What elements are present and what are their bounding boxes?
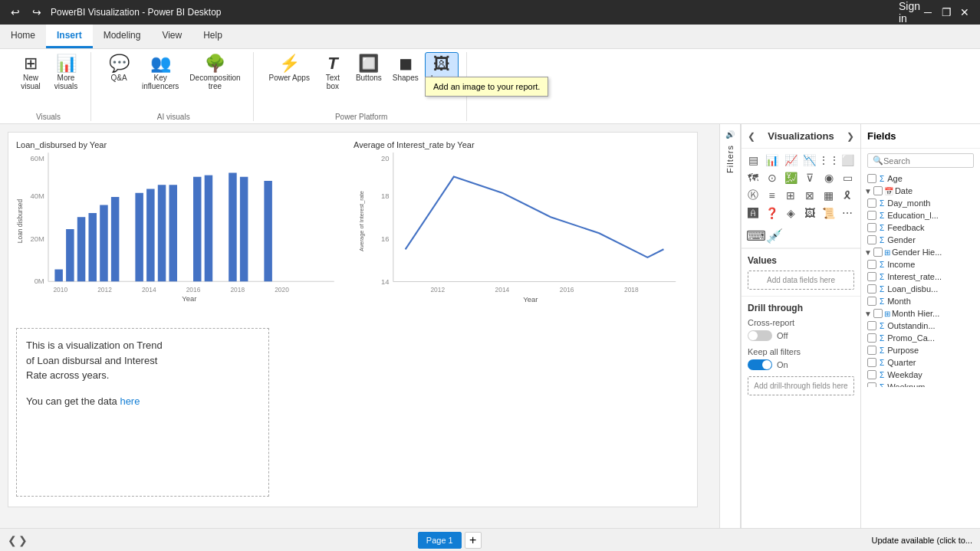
viz-icon-gauge[interactable]: ◉ (821, 169, 837, 186)
viz-icon-column[interactable]: 📊 (764, 152, 781, 169)
field-checkbox-age[interactable] (867, 174, 876, 183)
field-checkbox-daymonth[interactable] (867, 198, 876, 208)
viz-icon-funnel[interactable]: ⊽ (801, 169, 818, 186)
minimize-button[interactable]: ─ (920, 5, 936, 20)
new-visual-button[interactable]: ⊞ Newvisual (14, 52, 48, 93)
field-item-outstanding[interactable]: Σ Outstandin... (861, 320, 980, 332)
field-checkbox-date[interactable] (873, 186, 883, 195)
tab-help[interactable]: Help (192, 25, 233, 48)
field-checkbox-interestrate[interactable] (867, 272, 876, 281)
viz-icon-paginated[interactable]: 📜 (821, 205, 837, 221)
nav-left[interactable]: ❮ (8, 534, 17, 546)
tab-view[interactable]: View (151, 25, 192, 48)
add-data-fields-box[interactable]: Add data fields here (748, 271, 854, 290)
redo-button[interactable]: ↪ (29, 5, 44, 20)
field-expand-date[interactable]: ▼ (864, 187, 872, 195)
viz-icon-image[interactable]: 🖼 (801, 205, 818, 221)
field-checkbox-gender[interactable] (867, 235, 876, 244)
qa-button[interactable]: 💬 Q&A (102, 52, 136, 85)
viz-panel-chevron-left[interactable]: ❮ (748, 131, 755, 142)
field-checkbox-genderhier[interactable] (873, 248, 883, 257)
undo-button[interactable]: ↩ (8, 5, 23, 20)
viz-icon-keyboard[interactable]: ⌨ (748, 228, 765, 244)
add-drill-fields-box[interactable]: Add drill-through fields here (748, 376, 854, 395)
field-checkbox-feedback[interactable] (867, 223, 876, 232)
viz-icon-more[interactable]: ⋯ (839, 205, 856, 221)
field-checkbox-outstanding[interactable] (867, 321, 876, 330)
nav-right[interactable]: ❯ (18, 534, 28, 546)
field-item-weeknum[interactable]: Σ Weeknum (861, 381, 980, 387)
viz-icon-treemap[interactable]: ▦ (821, 187, 837, 204)
search-input[interactable] (883, 156, 968, 166)
decomposition-tree-button[interactable]: 🌳 Decompositiontree (185, 52, 245, 93)
viz-icon-bar[interactable]: ▤ (745, 152, 761, 169)
field-item-age[interactable]: Σ Age (861, 172, 980, 185)
field-checkbox-income[interactable] (867, 260, 876, 269)
viz-icon-syringe[interactable]: 💉 (766, 228, 783, 244)
svg-rect-16 (158, 185, 166, 281)
field-checkbox-education[interactable] (867, 211, 876, 220)
field-item-gender[interactable]: Σ Gender (861, 234, 980, 246)
tab-insert[interactable]: Insert (46, 25, 93, 48)
viz-icon-slicer[interactable]: ≡ (764, 187, 781, 204)
field-checkbox-quarter[interactable] (867, 358, 876, 367)
page-tab-1[interactable]: Page 1 (418, 532, 462, 549)
viz-icon-area[interactable]: 📉 (801, 152, 818, 169)
field-group-genderhier[interactable]: ▼ ⊞ Gender Hie... (861, 246, 980, 258)
viz-icon-card[interactable]: ▭ (839, 169, 856, 186)
buttons-button[interactable]: 🔲 Buttons (351, 52, 386, 85)
field-item-income[interactable]: Σ Income (861, 258, 980, 271)
tab-modeling[interactable]: Modeling (93, 25, 152, 48)
viz-icon-qna[interactable]: ❓ (764, 205, 781, 221)
viz-icon-ribbon[interactable]: 🎗 (839, 187, 856, 204)
here-link[interactable]: here (120, 395, 140, 407)
close-button[interactable]: ✕ (957, 5, 972, 20)
viz-icon-donut[interactable]: ⊙ (764, 169, 781, 186)
power-apps-button[interactable]: ⚡ Power Apps (265, 52, 314, 85)
field-checkbox-promoca[interactable] (867, 333, 876, 343)
svg-text:2012: 2012 (430, 286, 445, 294)
field-checkbox-month[interactable] (867, 297, 876, 306)
field-item-promoca[interactable]: Σ Promo_Ca... (861, 332, 980, 344)
field-checkbox-purpose[interactable] (867, 346, 876, 355)
viz-icon-waterfall[interactable]: 💹 (782, 169, 799, 186)
sign-in-button[interactable]: Sign in (902, 5, 917, 20)
field-checkbox-loandisbu[interactable] (867, 284, 876, 294)
field-item-interestrate[interactable]: Σ Interest_rate... (861, 271, 980, 283)
more-visuals-button[interactable]: 📊 Morevisuals (49, 52, 83, 93)
add-page-button[interactable]: + (465, 532, 482, 549)
shapes-button[interactable]: ◼ Shapes (388, 52, 423, 85)
viz-icon-map[interactable]: 🗺 (745, 169, 761, 186)
key-influencers-button[interactable]: 👥 Keyinfluencers (137, 52, 183, 93)
field-item-purpose[interactable]: Σ Purpose (861, 344, 980, 356)
viz-icon-pie[interactable]: ⬜ (839, 152, 856, 169)
field-item-loandisbu[interactable]: Σ Loan_disbu... (861, 283, 980, 295)
field-checkbox-weeknum[interactable] (867, 382, 876, 387)
field-item-daymonth[interactable]: Σ Day_month (861, 197, 980, 209)
textbox-button[interactable]: T Textbox (316, 52, 350, 93)
viz-icon-line[interactable]: 📈 (782, 152, 799, 169)
keep-filters-toggle[interactable] (748, 359, 772, 370)
field-expand-monthhier[interactable]: ▼ (864, 310, 872, 318)
field-checkbox-monthhier[interactable] (873, 309, 883, 318)
restore-button[interactable]: ❐ (939, 5, 954, 20)
field-expand-genderhier[interactable]: ▼ (864, 248, 872, 257)
text-box[interactable]: This is a visualization on Trend of Loan… (16, 328, 269, 497)
viz-icon-kpi[interactable]: Ⓚ (745, 187, 761, 204)
tab-home[interactable]: Home (0, 25, 46, 48)
viz-icon-shape[interactable]: ◈ (782, 205, 799, 221)
cross-report-toggle[interactable] (748, 330, 772, 341)
field-checkbox-weekday[interactable] (867, 370, 876, 379)
field-group-monthhier[interactable]: ▼ ⊞ Month Hier... (861, 307, 980, 320)
field-item-weekday[interactable]: Σ Weekday (861, 369, 980, 381)
field-item-month[interactable]: Σ Month (861, 295, 980, 307)
viz-icon-table[interactable]: ⊞ (782, 187, 799, 204)
viz-panel-chevron-right[interactable]: ❯ (847, 131, 854, 142)
viz-icon-matrix[interactable]: ⊠ (801, 187, 818, 204)
viz-icon-scatter[interactable]: ⋮⋮ (821, 152, 837, 169)
field-group-date[interactable]: ▼ 📅 Date (861, 185, 980, 197)
viz-icon-text[interactable]: 🅰 (745, 205, 761, 221)
field-item-feedback[interactable]: Σ Feedback (861, 221, 980, 234)
field-item-education[interactable]: Σ Education_l... (861, 209, 980, 221)
field-item-quarter[interactable]: Σ Quarter (861, 356, 980, 369)
